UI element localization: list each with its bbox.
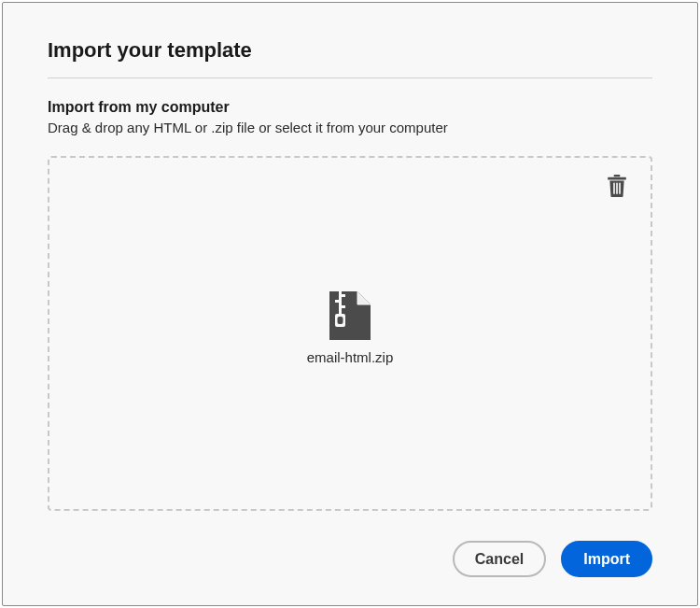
dialog-title: Import your template <box>48 38 652 63</box>
import-template-dialog: Import your template Import from my comp… <box>2 2 698 606</box>
import-button[interactable]: Import <box>561 541 652 577</box>
svg-rect-1 <box>608 177 626 180</box>
section-description: Drag & drop any HTML or .zip file or sel… <box>48 120 652 135</box>
file-name-label: email-html.zip <box>307 349 394 365</box>
divider <box>48 78 652 78</box>
svg-rect-6 <box>342 294 345 297</box>
svg-rect-7 <box>335 300 339 303</box>
svg-rect-10 <box>338 317 343 324</box>
svg-rect-2 <box>613 183 615 194</box>
uploaded-file: email-html.zip <box>307 291 394 365</box>
delete-file-button[interactable] <box>608 175 630 197</box>
cancel-button[interactable]: Cancel <box>453 541 546 577</box>
svg-rect-8 <box>342 305 345 308</box>
trash-icon <box>608 175 630 197</box>
dialog-footer: Cancel Import <box>48 511 652 577</box>
svg-rect-0 <box>614 175 621 177</box>
section-title: Import from my computer <box>48 99 652 116</box>
zip-file-icon <box>329 291 371 340</box>
file-dropzone[interactable]: email-html.zip <box>48 156 652 511</box>
svg-rect-3 <box>616 183 618 194</box>
svg-rect-4 <box>619 183 621 194</box>
